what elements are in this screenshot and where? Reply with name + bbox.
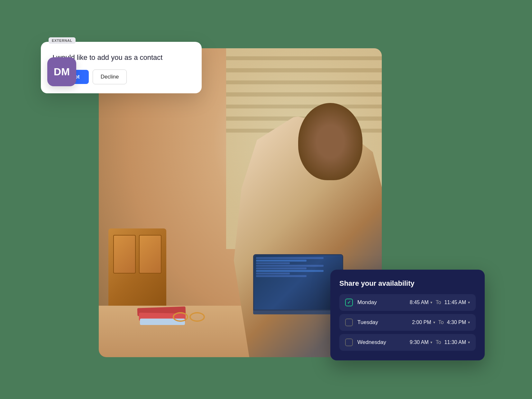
to-chevron-wednesday: ▾: [468, 340, 470, 345]
availability-row-wednesday: Wednesday 9:30 AM ▾ To 11:30 AM ▾: [339, 334, 476, 351]
laptop-bar-2: [256, 260, 307, 262]
tuesday-time-slot: 2:00 PM ▾ To 4:30 PM ▾: [391, 320, 470, 325]
monday-time-slot: 8:45 AM ▾ To 11:45 AM ▾: [391, 300, 470, 305]
wednesday-checkbox[interactable]: [345, 339, 353, 346]
availability-row-monday: Monday 8:45 AM ▾ To 11:45 AM ▾: [339, 294, 476, 311]
tuesday-separator: To: [438, 320, 444, 325]
from-chevron-monday: ▾: [430, 300, 432, 305]
glasses: [173, 311, 205, 320]
tuesday-from-time[interactable]: 2:00 PM ▾: [412, 320, 435, 325]
scene-container: DM EXTERNAL I would like to add you as a…: [41, 23, 491, 376]
tuesday-label: Tuesday: [357, 319, 386, 326]
decline-button[interactable]: Decline: [93, 70, 127, 84]
monday-separator: To: [436, 300, 441, 305]
laptop-bar-3: [256, 262, 290, 264]
avatar-initials: DM: [54, 66, 70, 78]
monday-checkbox[interactable]: [345, 299, 353, 306]
laptop-bar-8: [256, 275, 307, 277]
cabinet-door-right: [139, 235, 161, 274]
laptop-bar-4: [256, 265, 324, 267]
external-badge: EXTERNAL: [49, 37, 76, 44]
tuesday-checkbox[interactable]: [345, 319, 353, 326]
laptop-bar-6: [256, 270, 324, 272]
monday-label: Monday: [357, 299, 386, 306]
wednesday-label: Wednesday: [357, 339, 386, 346]
laptop-bar-1: [256, 257, 324, 259]
from-chevron-wednesday: ▾: [430, 340, 432, 345]
wednesday-separator: To: [436, 339, 441, 345]
monday-from-time[interactable]: 8:45 AM ▾: [410, 300, 433, 305]
person-head: [298, 103, 362, 180]
laptop-screen-content: [254, 255, 342, 310]
wednesday-to-time[interactable]: 11:30 AM ▾: [444, 339, 470, 345]
wednesday-time-slot: 9:30 AM ▾ To 11:30 AM ▾: [391, 339, 470, 345]
monday-to-time[interactable]: 11:45 AM ▾: [444, 300, 470, 305]
to-chevron-monday: ▾: [468, 300, 470, 305]
cabinet-door-left: [113, 235, 136, 274]
to-chevron-tuesday: ▾: [468, 320, 470, 325]
laptop-bar-5: [256, 267, 307, 269]
laptop-screen: [253, 254, 343, 311]
laptop-bar-7: [256, 273, 290, 274]
availability-title: Share your availability: [339, 279, 476, 288]
from-chevron-tuesday: ▾: [433, 320, 435, 325]
wednesday-from-time[interactable]: 9:30 AM ▾: [410, 339, 433, 345]
availability-card: Share your availability Monday 8:45 AM ▾…: [330, 270, 485, 360]
avatar: DM: [47, 57, 76, 86]
availability-row-tuesday: Tuesday 2:00 PM ▾ To 4:30 PM ▾: [339, 314, 476, 331]
tuesday-to-time[interactable]: 4:30 PM ▾: [447, 320, 470, 325]
